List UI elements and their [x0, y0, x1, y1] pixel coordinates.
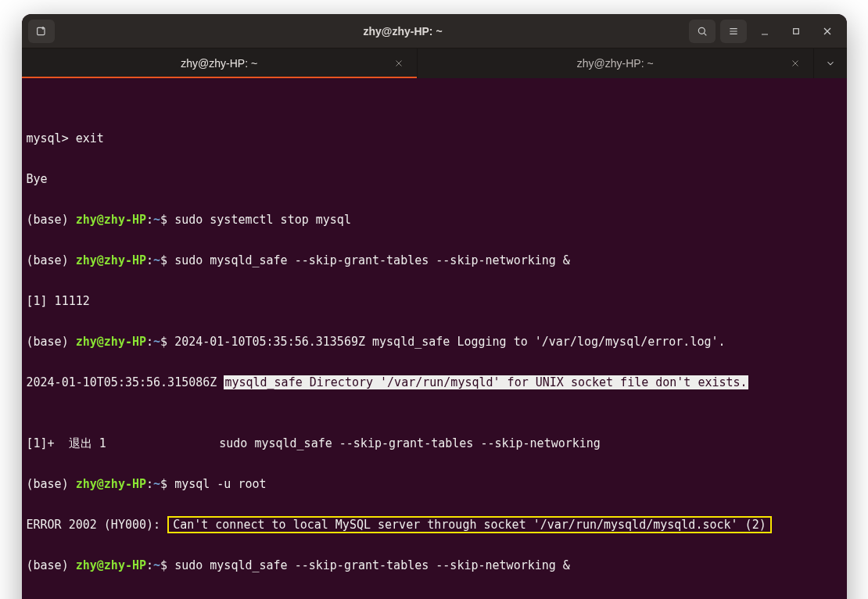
- terminal-line: Bye: [27, 169, 842, 189]
- hamburger-icon: [727, 25, 740, 38]
- svg-point-3: [698, 27, 705, 34]
- terminal-line: ERROR 2002 (HY000): Can't connect to loc…: [27, 515, 842, 535]
- close-icon: [821, 25, 834, 38]
- terminal-line: [1] 11112: [27, 291, 842, 311]
- tab-1[interactable]: zhy@zhy-HP: ~: [22, 48, 418, 78]
- hamburger-menu-button[interactable]: [720, 20, 747, 43]
- chevron-down-icon: [825, 58, 836, 69]
- svg-line-4: [704, 33, 706, 35]
- tab-bar: zhy@zhy-HP: ~ zhy@zhy-HP: ~: [22, 48, 847, 78]
- minimize-button[interactable]: [751, 20, 778, 43]
- tab-label: zhy@zhy-HP: ~: [181, 57, 257, 70]
- new-tab-button[interactable]: [28, 20, 55, 43]
- terminal-line: 2024-01-10T05:35:56.315086Z mysqld_safe …: [27, 372, 842, 393]
- search-button[interactable]: [689, 20, 716, 43]
- minimize-icon: [759, 25, 771, 38]
- svg-rect-9: [793, 28, 798, 34]
- highlighted-text: mysqld_safe Directory '/var/run/mysqld' …: [224, 375, 748, 389]
- tabs-overflow-button[interactable]: [814, 48, 847, 78]
- tab-2[interactable]: zhy@zhy-HP: ~: [418, 48, 814, 78]
- new-tab-icon: [35, 25, 48, 38]
- close-icon: [394, 59, 404, 68]
- terminal-line: [1] 11276: [27, 596, 842, 599]
- close-icon: [791, 59, 800, 68]
- highlighted-error: Can't connect to local MySQL server thro…: [167, 516, 772, 533]
- terminal-line: (base) zhy@zhy-HP:~$ mysql -u root: [27, 474, 842, 494]
- terminal-line: (base) zhy@zhy-HP:~$ 2024-01-10T05:35:56…: [27, 332, 842, 352]
- tab-close-button[interactable]: [392, 56, 406, 70]
- terminal-line: mysql> exit: [27, 128, 842, 149]
- tab-label: zhy@zhy-HP: ~: [577, 57, 654, 70]
- window-title: zhy@zhy-HP: ~: [138, 25, 669, 38]
- terminal-line: [1]+ 退出 1 sudo mysqld_safe --skip-grant-…: [27, 433, 842, 454]
- terminal-line: (base) zhy@zhy-HP:~$ sudo mysqld_safe --…: [27, 250, 842, 271]
- titlebar: zhy@zhy-HP: ~: [22, 14, 847, 48]
- tab-close-button[interactable]: [788, 56, 802, 70]
- maximize-button[interactable]: [783, 20, 809, 43]
- terminal-body[interactable]: mysql> exit Bye (base) zhy@zhy-HP:~$ sud…: [22, 78, 847, 599]
- maximize-icon: [790, 25, 802, 38]
- terminal-line: (base) zhy@zhy-HP:~$ sudo systemctl stop…: [27, 210, 842, 230]
- search-icon: [696, 25, 708, 38]
- terminal-line: (base) zhy@zhy-HP:~$ sudo mysqld_safe --…: [27, 555, 842, 576]
- terminal-window: zhy@zhy-HP: ~ zhy@zhy-HP: ~: [22, 14, 847, 599]
- close-window-button[interactable]: [814, 20, 841, 43]
